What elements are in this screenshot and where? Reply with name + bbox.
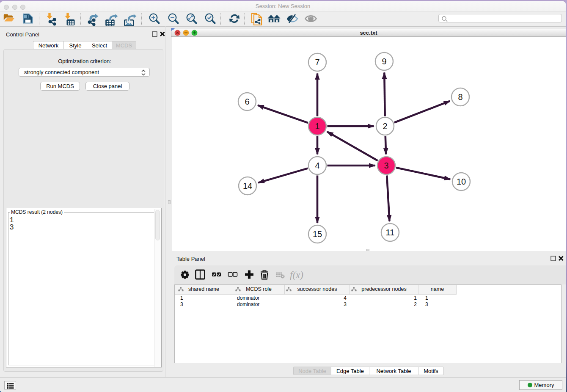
- svg-text:4: 4: [315, 161, 319, 170]
- svg-text:7: 7: [315, 58, 319, 67]
- svg-text:11: 11: [386, 228, 395, 237]
- svg-text:2: 2: [383, 121, 387, 131]
- svg-text:15: 15: [313, 229, 322, 239]
- svg-text:1: 1: [315, 121, 319, 131]
- svg-text:8: 8: [458, 92, 462, 102]
- svg-text:3: 3: [384, 161, 388, 170]
- svg-text:10: 10: [457, 177, 466, 186]
- svg-text:9: 9: [382, 57, 386, 66]
- svg-text:6: 6: [245, 97, 249, 106]
- svg-text:f(x): f(x): [290, 270, 303, 280]
- svg-text:14: 14: [243, 181, 252, 190]
